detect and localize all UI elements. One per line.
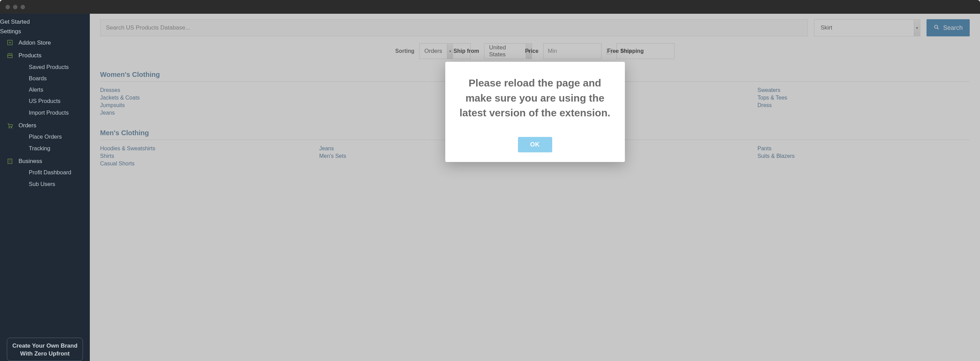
sidebar-item-business[interactable]: Business — [0, 155, 90, 167]
sidebar-item-label: Tracking — [29, 144, 50, 152]
sidebar-item-place-orders[interactable]: Place Orders — [0, 131, 90, 142]
sidebar-item-label: Import Products — [29, 109, 68, 117]
sidebar-item-addon-store[interactable]: Addon Store — [0, 37, 90, 49]
sidebar-item-products[interactable]: Products — [0, 50, 90, 61]
shipfrom-label: Ship from — [453, 48, 479, 54]
reload-modal: Please reload the page and make sure you… — [445, 62, 625, 162]
sidebar-item-saved-products[interactable]: Saved Products — [0, 61, 90, 73]
sidebar-item-us-products[interactable]: US Products — [0, 96, 90, 107]
promo-text: Create Your Own Brand With Zero Upfront — [12, 342, 78, 357]
sidebar-item-settings[interactable]: Settings — [0, 27, 90, 37]
modal-ok-button[interactable]: OK — [518, 137, 552, 152]
store-icon — [6, 52, 14, 59]
modal-overlay: Please reload the page and make sure you… — [90, 14, 980, 361]
sidebar-item-label: Orders — [19, 121, 37, 130]
sidebar: Get Started Settings Addon Store — [0, 14, 90, 361]
sidebar-item-label: Sub Users — [29, 180, 55, 188]
sidebar-promo[interactable]: Create Your Own Brand With Zero Upfront — [7, 338, 83, 361]
sidebar-item-alerts[interactable]: Alerts — [0, 84, 90, 96]
titlebar — [0, 0, 980, 14]
cart-icon — [6, 122, 14, 129]
sidebar-item-label: Boards — [29, 75, 47, 82]
sidebar-item-import-products[interactable]: Import Products — [0, 107, 90, 118]
sidebar-item-label: Products — [19, 51, 41, 60]
building-icon — [6, 158, 14, 165]
sidebar-item-label: Place Orders — [29, 133, 62, 141]
sidebar-item-label: Addon Store — [19, 39, 51, 47]
sidebar-item-profit-dashboard[interactable]: Profit Dashboard — [0, 167, 90, 178]
svg-rect-5 — [8, 159, 12, 164]
sidebar-item-sub-users[interactable]: Sub Users — [0, 179, 90, 190]
price-label: Price — [525, 48, 538, 54]
close-window-icon[interactable] — [5, 5, 10, 9]
sidebar-item-label: Business — [19, 157, 42, 165]
minimize-window-icon[interactable] — [13, 5, 18, 9]
sidebar-item-label: Profit Dashboard — [29, 168, 71, 176]
sidebar-item-get-started[interactable]: Get Started — [0, 17, 90, 27]
free-shipping-label: Free Shipping — [607, 48, 644, 54]
window-controls — [5, 5, 25, 9]
sidebar-item-label: Settings — [0, 27, 21, 36]
sidebar-item-label: US Products — [29, 97, 60, 105]
sidebar-item-label: Get Started — [0, 18, 30, 26]
sidebar-item-label: Alerts — [29, 86, 43, 94]
app-body: Get Started Settings Addon Store — [0, 14, 980, 361]
maximize-window-icon[interactable] — [21, 5, 25, 9]
svg-point-4 — [11, 127, 12, 128]
sidebar-item-tracking[interactable]: Tracking — [0, 143, 90, 154]
sidebar-item-label: Saved Products — [29, 63, 68, 71]
sidebar-item-orders[interactable]: Orders — [0, 120, 90, 131]
modal-message: Please reload the page and make sure you… — [455, 75, 615, 120]
svg-point-3 — [9, 127, 10, 128]
main-content: Skirt ▼ Search Sorting Orders ▼ — [90, 14, 980, 361]
plus-box-icon — [6, 39, 14, 46]
sidebar-item-boards[interactable]: Boards — [0, 73, 90, 84]
app-window: Get Started Settings Addon Store — [0, 0, 980, 361]
